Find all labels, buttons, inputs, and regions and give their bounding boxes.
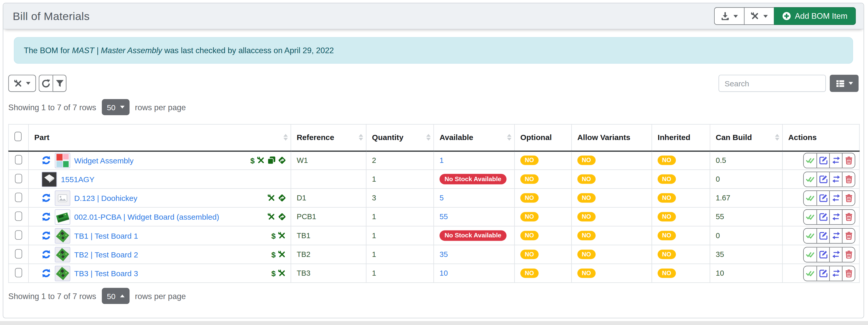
admin-actions-button[interactable]: [744, 7, 774, 25]
row-checkbox[interactable]: [15, 193, 22, 202]
part-link[interactable]: 1551AGY: [61, 175, 95, 183]
allow-variants-badge: NO: [578, 212, 595, 221]
allow-variants-badge: NO: [578, 193, 595, 203]
row-checkbox[interactable]: [15, 268, 22, 277]
edit-button[interactable]: [816, 153, 829, 168]
part-thumbnail[interactable]: [55, 265, 70, 281]
validate-button[interactable]: [804, 228, 817, 243]
delete-button[interactable]: [842, 228, 855, 243]
column-header-available[interactable]: Available: [434, 124, 515, 151]
validate-button[interactable]: [804, 172, 817, 186]
quantity-cell-value: 2: [372, 156, 376, 165]
substitutes-button[interactable]: [829, 228, 842, 243]
validate-button[interactable]: [804, 210, 817, 224]
substitutes-button[interactable]: [829, 153, 842, 168]
part-thumbnail[interactable]: [55, 228, 70, 243]
allow-variants-cell: NO: [571, 264, 652, 283]
sort-arrows-icon[interactable]: [426, 134, 431, 141]
row-checkbox[interactable]: [15, 174, 22, 183]
screwdriver-wrench-icon: [14, 79, 23, 88]
part-link[interactable]: 002.01-PCBA | Widget Board (assembled): [74, 212, 219, 221]
validate-button[interactable]: [804, 266, 817, 280]
columns-toggle-button[interactable]: [830, 75, 859, 92]
column-header-part[interactable]: Part: [29, 124, 291, 151]
no-stock-badge: No Stock Available: [439, 230, 506, 241]
can-build-cell: 1.67: [710, 188, 782, 207]
part-thumbnail[interactable]: [55, 209, 70, 224]
sort-arrows-icon[interactable]: [775, 134, 779, 141]
inherited-badge: NO: [658, 250, 676, 259]
substitutes-button[interactable]: [829, 172, 842, 186]
row-checkbox[interactable]: [15, 249, 22, 259]
validate-button[interactable]: [804, 247, 817, 262]
page-size-dropdown[interactable]: 50: [102, 288, 129, 304]
row-checkbox[interactable]: [15, 211, 22, 221]
validate-button[interactable]: [804, 190, 817, 205]
row-checkbox[interactable]: [15, 155, 22, 165]
substitutes-button[interactable]: [829, 210, 842, 224]
edit-button[interactable]: [816, 172, 829, 186]
can-build-value: 0.5: [716, 156, 726, 165]
delete-button[interactable]: [842, 190, 855, 205]
edit-button[interactable]: [816, 266, 829, 280]
allow-variants-cell: NO: [571, 207, 652, 226]
bom-actions-dropdown-button[interactable]: [8, 75, 36, 92]
part-flag-icons: $: [250, 156, 286, 165]
substitutes-button[interactable]: [829, 247, 842, 262]
can-build-cell: 0: [710, 226, 782, 245]
allow-variants-cell: NO: [571, 170, 652, 188]
sort-arrows-icon[interactable]: [283, 134, 288, 141]
optional-badge: NO: [521, 231, 538, 240]
part-link[interactable]: D.123 | Doohickey: [74, 194, 137, 202]
edit-button[interactable]: [816, 247, 829, 262]
sort-arrows-icon[interactable]: [359, 134, 363, 141]
available-stock-link[interactable]: 10: [439, 269, 448, 277]
delete-button[interactable]: [842, 247, 855, 262]
validate-button[interactable]: [804, 153, 817, 168]
edit-button[interactable]: [816, 190, 829, 205]
sort-arrows-icon[interactable]: [507, 134, 512, 141]
edit-button[interactable]: [816, 228, 829, 243]
available-stock-link[interactable]: 55: [439, 212, 448, 221]
part-thumbnail[interactable]: [55, 247, 70, 262]
available-stock-link[interactable]: 35: [439, 250, 448, 259]
delete-button[interactable]: [842, 153, 855, 168]
column-header-can-build[interactable]: Can Build: [710, 124, 782, 151]
actions-cell: [782, 226, 860, 245]
available-stock-link[interactable]: 5: [439, 194, 444, 202]
row-actions-group: [803, 209, 856, 224]
column-header-quantity[interactable]: Quantity: [366, 124, 434, 151]
search-input[interactable]: [718, 75, 826, 92]
row-select-cell: [8, 207, 29, 226]
delete-button[interactable]: [842, 210, 855, 224]
part-link[interactable]: TB2 | Test Board 2: [74, 250, 138, 259]
part-thumbnail[interactable]: [42, 171, 57, 187]
column-header-reference[interactable]: Reference: [291, 124, 366, 151]
inherited-cell: NO: [652, 226, 710, 245]
table-columns-icon: [836, 79, 844, 88]
available-stock-link[interactable]: 1: [439, 156, 444, 165]
delete-button[interactable]: [842, 172, 855, 186]
select-all-checkbox[interactable]: [14, 132, 22, 141]
page-title: Bill of Materials: [13, 10, 90, 23]
export-button[interactable]: [714, 7, 744, 25]
trash-icon: [844, 194, 852, 202]
part-link[interactable]: TB3 | Test Board 3: [74, 269, 138, 277]
available-cell: 35: [434, 245, 515, 264]
part-thumbnail[interactable]: [55, 153, 70, 168]
part-thumbnail[interactable]: [55, 190, 70, 206]
delete-button[interactable]: [842, 266, 855, 280]
refresh-button[interactable]: [39, 75, 53, 92]
part-link[interactable]: TB1 | Test Board 1: [74, 231, 138, 240]
swap-arrows-icon: [832, 212, 840, 221]
part-link[interactable]: Widget Assembly: [74, 156, 133, 165]
substitutes-button[interactable]: [829, 190, 842, 205]
add-bom-item-button[interactable]: Add BOM Item: [774, 7, 856, 25]
substitutes-button[interactable]: [829, 266, 842, 280]
edit-button[interactable]: [816, 210, 829, 224]
row-checkbox[interactable]: [15, 230, 22, 239]
filter-button[interactable]: [53, 75, 66, 92]
page-size-dropdown[interactable]: 50: [102, 99, 129, 115]
column-header-label: Actions: [788, 133, 817, 142]
allow-variants-badge: NO: [578, 250, 595, 259]
